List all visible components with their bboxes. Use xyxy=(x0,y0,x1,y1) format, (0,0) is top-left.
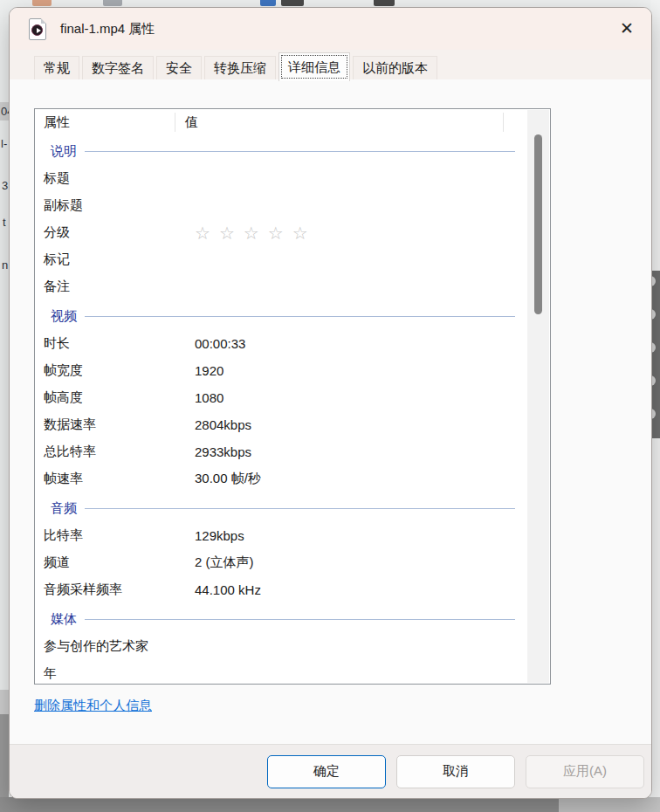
property-value: 30.00 帧/秒 xyxy=(185,471,261,487)
apply-button[interactable]: 应用(A) xyxy=(526,755,644,788)
ok-button[interactable]: 确定 xyxy=(267,755,386,788)
dialog-title: final-1.mp4 属性 xyxy=(60,21,155,38)
section-title: 媒体 xyxy=(35,611,77,628)
table-row[interactable]: 备注 xyxy=(35,273,527,300)
table-row[interactable]: 参与创作的艺术家 xyxy=(35,633,527,660)
section-title: 说明 xyxy=(35,143,77,160)
property-label: 帧宽度 xyxy=(35,362,185,379)
tab-convert-compress[interactable]: 转换压缩 xyxy=(204,56,276,79)
background-text-fragment: l- xyxy=(1,137,7,150)
background-icon-fragment xyxy=(281,0,304,6)
tab-digital-signatures[interactable]: 数字签名 xyxy=(82,56,154,79)
rating-stars[interactable]: ☆☆☆☆☆ xyxy=(185,224,317,242)
details-tab-page: 属性 值 说明 标题 副标题 xyxy=(10,79,651,744)
section-header-video: 视频 xyxy=(35,303,527,330)
background-icon-fragment xyxy=(103,0,122,6)
property-value: 2804kbps xyxy=(185,417,251,432)
property-label: 年 xyxy=(35,665,185,682)
properties-dialog: final-1.mp4 属性 ✕ 常规 数字签名 安全 转换压缩 详细信息 以前… xyxy=(9,7,652,799)
table-row[interactable]: 标记 xyxy=(35,246,527,273)
property-label: 比特率 xyxy=(35,527,185,544)
table-row[interactable]: 总比特率 2933kbps xyxy=(35,438,527,465)
dialog-footer: 确定 取消 应用(A) xyxy=(10,744,651,798)
table-row[interactable]: 频道 2 (立体声) xyxy=(35,549,527,576)
section-divider xyxy=(85,508,515,509)
property-value: 1920 xyxy=(185,363,223,378)
section-header-description: 说明 xyxy=(35,138,527,165)
video-file-icon xyxy=(29,18,46,40)
table-row[interactable]: 分级 ☆☆☆☆☆ xyxy=(35,219,527,246)
property-label: 帧高度 xyxy=(35,389,185,406)
table-row[interactable]: 副标题 xyxy=(35,192,527,219)
close-icon[interactable]: ✕ xyxy=(608,10,646,46)
property-value: 2933kbps xyxy=(185,444,251,459)
table-row[interactable]: 帧宽度 1920 xyxy=(35,357,527,384)
section-header-audio: 音频 xyxy=(35,495,527,522)
column-header-value[interactable]: 值 xyxy=(175,113,504,132)
property-label: 参与创作的艺术家 xyxy=(35,638,185,655)
property-label: 时长 xyxy=(35,335,185,352)
property-label: 标题 xyxy=(35,170,185,187)
screen: 04 l- 3 t n final-1.mp4 属性 ✕ 常规 数字签名 安全 … xyxy=(0,0,660,812)
table-row[interactable]: 年 xyxy=(35,660,527,685)
tab-strip: 常规 数字签名 安全 转换压缩 详细信息 以前的版本 xyxy=(10,50,651,79)
background-icon-fragment xyxy=(374,0,395,6)
property-label: 备注 xyxy=(35,279,185,295)
section-divider xyxy=(85,316,515,317)
table-row[interactable]: 时长 00:00:33 xyxy=(35,330,527,357)
background-left-fragment xyxy=(0,714,9,797)
section-divider xyxy=(85,619,515,620)
property-label: 频道 xyxy=(35,554,185,571)
property-value: 1080 xyxy=(185,390,223,405)
property-label: 标记 xyxy=(35,251,185,268)
remove-properties-link[interactable]: 删除属性和个人信息 xyxy=(34,698,152,714)
background-icon-fragment xyxy=(260,0,276,6)
properties-list[interactable]: 属性 值 说明 标题 副标题 xyxy=(34,108,551,685)
list-scrollbar[interactable] xyxy=(527,110,549,683)
section-header-media: 媒体 xyxy=(35,606,527,633)
property-label: 音频采样频率 xyxy=(35,581,185,598)
background-left-fragment xyxy=(0,690,9,714)
titlebar[interactable]: final-1.mp4 属性 ✕ xyxy=(10,8,651,50)
property-rows: 说明 标题 副标题 分级 ☆☆☆☆☆ 标记 xyxy=(35,135,527,685)
table-row[interactable]: 帧高度 1080 xyxy=(35,384,527,411)
property-value: 00:00:33 xyxy=(185,336,245,351)
column-header-property[interactable]: 属性 xyxy=(35,113,175,132)
table-row[interactable]: 音频采样频率 44.100 kHz xyxy=(35,576,527,603)
background-text-fragment: n xyxy=(2,258,8,272)
background-bottom-strip xyxy=(0,797,559,812)
tab-security[interactable]: 安全 xyxy=(156,56,202,79)
background-bottom-strip xyxy=(559,797,660,812)
scrollbar-thumb[interactable] xyxy=(534,134,542,314)
property-value: 129kbps xyxy=(185,528,244,543)
property-value: 2 (立体声) xyxy=(185,554,254,571)
section-title: 视频 xyxy=(35,308,77,325)
table-row[interactable]: 比特率 129kbps xyxy=(35,522,527,549)
background-text-fragment: 3 xyxy=(2,179,8,192)
cancel-button[interactable]: 取消 xyxy=(396,755,515,788)
tab-general[interactable]: 常规 xyxy=(34,56,79,79)
table-row[interactable]: 标题 xyxy=(35,165,527,192)
list-header: 属性 值 xyxy=(35,109,550,135)
property-label: 总比特率 xyxy=(35,444,185,460)
table-row[interactable]: 数据速率 2804kbps xyxy=(35,411,527,438)
table-row[interactable]: 帧速率 30.00 帧/秒 xyxy=(35,465,527,492)
background-text-fragment: t xyxy=(3,216,6,229)
section-title: 音频 xyxy=(35,500,77,517)
property-value: 44.100 kHz xyxy=(185,582,261,597)
tab-details[interactable]: 详细信息 xyxy=(278,52,350,81)
property-label: 副标题 xyxy=(35,197,185,214)
background-icon-fragment xyxy=(32,0,52,6)
tab-previous-versions[interactable]: 以前的版本 xyxy=(353,56,437,79)
property-label: 数据速率 xyxy=(35,416,185,433)
property-label: 帧速率 xyxy=(35,471,185,487)
property-label: 分级 xyxy=(35,224,185,241)
section-divider xyxy=(85,151,515,152)
